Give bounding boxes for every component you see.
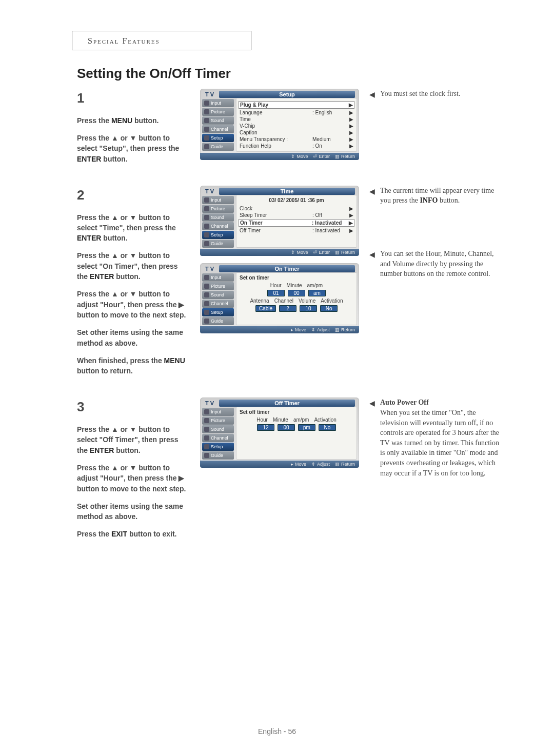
content-area: 1 Press the MENU button. Press the ▲ or … (77, 89, 513, 547)
note-text: You can set the Hour, Minute, Channel, a… (380, 249, 503, 279)
osd-tab-guide: Guide (202, 240, 234, 248)
osd-values: Cable210No (240, 305, 353, 312)
osd-row: Menu Transparency :Medium▶ (240, 136, 353, 143)
osd-tv-label: T V (202, 91, 217, 98)
step-1: 1 Press the MENU button. Press the ▲ or … (77, 89, 513, 171)
note-text: Auto Power Off When you set the timer "O… (380, 397, 503, 478)
note-marker-icon: ◀ (369, 399, 375, 478)
osd-footer: ▸ Move⇕ Adjust▥ Return (200, 461, 359, 468)
step-1-notes: ◀ You must set the clock first. (369, 89, 503, 171)
note-marker-icon: ◀ (369, 187, 375, 206)
osd-row: Clock▶ (240, 205, 353, 212)
step-3: 3 Press the ▲ or ▼ button to select "Off… (77, 397, 513, 546)
osd-tab-guide: Guide (202, 451, 234, 460)
note-text: You must set the clock first. (380, 89, 503, 100)
osd-cols: HourMinuteam/pmActivation (240, 417, 353, 423)
osd-panel: Set on timer HourMinuteam/pm 0100am Ante… (236, 272, 357, 325)
step-2: 2 Press the ▲ or ▼ button to select "Tim… (77, 186, 513, 384)
osd-tab-input: Input (202, 408, 234, 416)
osd-title: On Timer (219, 265, 355, 272)
step-3-osd: T VOff Timer Input Picture Sound Channel… (200, 397, 359, 546)
step2-p4: Set other items using the same method as… (77, 327, 190, 348)
osd-values: 1200pmNo (240, 424, 353, 431)
osd-values: 0100am (240, 290, 353, 296)
osd-tabs: Input Picture Sound Channel Setup Guide (202, 272, 234, 325)
osd-tab-channel: Channel (202, 125, 234, 133)
osd-footer: ▸ Move⇕ Adjust▥ Return (200, 326, 359, 333)
osd-on-timer: T VOn Timer Input Picture Sound Channel … (200, 263, 359, 333)
note-marker-icon: ◀ (369, 250, 375, 279)
step-3-notes: ◀ Auto Power Off When you set the timer … (369, 397, 503, 546)
osd-datetime: 03/ 02/ 2005/ 01 :36 pm (240, 197, 353, 203)
osd-row: Sleep Timer: Off▶ (240, 212, 353, 218)
osd-tab-channel: Channel (202, 300, 234, 308)
osd-row: Plug & Play▶ (239, 101, 354, 109)
osd-row: V-Chip▶ (240, 123, 353, 129)
osd-setup: T VSetup Input Picture Sound Channel Set… (200, 89, 359, 160)
osd-cols: HourMinuteam/pm (240, 283, 353, 288)
osd-tab-input: Input (202, 196, 234, 204)
step2-p3: Press the ▲ or ▼ button to adjust "Hour"… (77, 289, 190, 320)
document-page: Special Features Setting the On/Off Time… (0, 0, 554, 756)
note-text: The current time will appear every time … (380, 186, 503, 206)
osd-tab-setup: Setup (202, 134, 234, 142)
note: ◀ You can set the Hour, Minute, Channel,… (369, 249, 503, 279)
osd-panel: Plug & Play▶ Language: English▶ Time▶ V-… (236, 98, 357, 152)
osd-heading: Set off timer (240, 409, 353, 415)
osd-cols: AntennaChannelVolumeActivation (240, 298, 353, 304)
note-title: Auto Power Off (380, 397, 503, 408)
note: ◀ Auto Power Off When you set the timer … (369, 397, 503, 478)
osd-title: Setup (219, 91, 355, 98)
osd-tabs: Input Picture Sound Channel Setup Guide (202, 195, 234, 248)
osd-row: Off Timer: Inactivated▶ (240, 227, 353, 234)
osd-tab-sound: Sound (202, 213, 234, 222)
osd-tab-channel: Channel (202, 222, 234, 230)
osd-panel: 03/ 02/ 2005/ 01 :36 pm Clock▶ Sleep Tim… (236, 195, 357, 248)
osd-tab-picture: Picture (202, 108, 234, 116)
osd-footer: ⇕ Move⏎ Enter▥ Return (200, 249, 359, 256)
page-number: English - 56 (0, 727, 554, 735)
note: ◀ The current time will appear every tim… (369, 186, 503, 206)
osd-tab-sound: Sound (202, 291, 234, 299)
osd-row: Time▶ (240, 116, 353, 123)
osd-tab-picture: Picture (202, 416, 234, 425)
step2-p2: Press the ▲ or ▼ button to select "On Ti… (77, 250, 190, 282)
step3-p3: Set other items using the same method as… (77, 501, 190, 522)
osd-heading: Set on timer (240, 275, 353, 281)
step3-p1: Press the ▲ or ▼ button to select "Off T… (77, 424, 190, 455)
osd-tab-setup: Setup (202, 308, 234, 316)
step-2-osd: T VTime Input Picture Sound Channel Setu… (200, 186, 359, 384)
osd-tabs: Input Picture Sound Channel Setup Guide (202, 98, 234, 152)
osd-row: On Timer: Inactivated▶ (239, 219, 354, 227)
step1-p1: Press the MENU button. (77, 115, 190, 126)
step-1-instructions: 1 Press the MENU button. Press the ▲ or … (77, 89, 190, 171)
osd-tab-picture: Picture (202, 282, 234, 290)
step2-p1: Press the ▲ or ▼ button to select "Time"… (77, 212, 190, 244)
osd-tab-picture: Picture (202, 205, 234, 213)
osd-footer: ⇕ Move⏎ Enter▥ Return (200, 153, 359, 160)
step-number: 2 (77, 186, 190, 205)
osd-tab-setup: Setup (202, 443, 234, 451)
step2-p5: When finished, press the MENU button to … (77, 355, 190, 376)
page-title: Setting the On/Off Timer (77, 66, 513, 82)
osd-title: Time (219, 188, 355, 195)
osd-time: T VTime Input Picture Sound Channel Setu… (200, 186, 359, 256)
osd-tab-sound: Sound (202, 425, 234, 433)
step1-p2: Press the ▲ or ▼ button to select "Setup… (77, 133, 190, 164)
osd-title: Off Timer (219, 400, 355, 407)
osd-panel: Set off timer HourMinuteam/pmActivation … (236, 407, 357, 460)
note-marker-icon: ◀ (369, 90, 375, 100)
step-2-instructions: 2 Press the ▲ or ▼ button to select "Tim… (77, 186, 190, 384)
osd-tab-guide: Guide (202, 317, 234, 325)
osd-tab-input: Input (202, 99, 234, 107)
step3-p4: Press the EXIT button to exit. (77, 529, 190, 539)
osd-row: Caption▶ (240, 129, 353, 136)
note: ◀ You must set the clock first. (369, 89, 503, 100)
step-3-instructions: 3 Press the ▲ or ▼ button to select "Off… (77, 397, 190, 546)
osd-tab-channel: Channel (202, 434, 234, 442)
section-header: Special Features (72, 31, 251, 50)
step-2-notes: ◀ The current time will appear every tim… (369, 186, 503, 384)
osd-tab-setup: Setup (202, 231, 234, 239)
step-1-osd: T VSetup Input Picture Sound Channel Set… (200, 89, 359, 171)
osd-tabs: Input Picture Sound Channel Setup Guide (202, 407, 234, 460)
